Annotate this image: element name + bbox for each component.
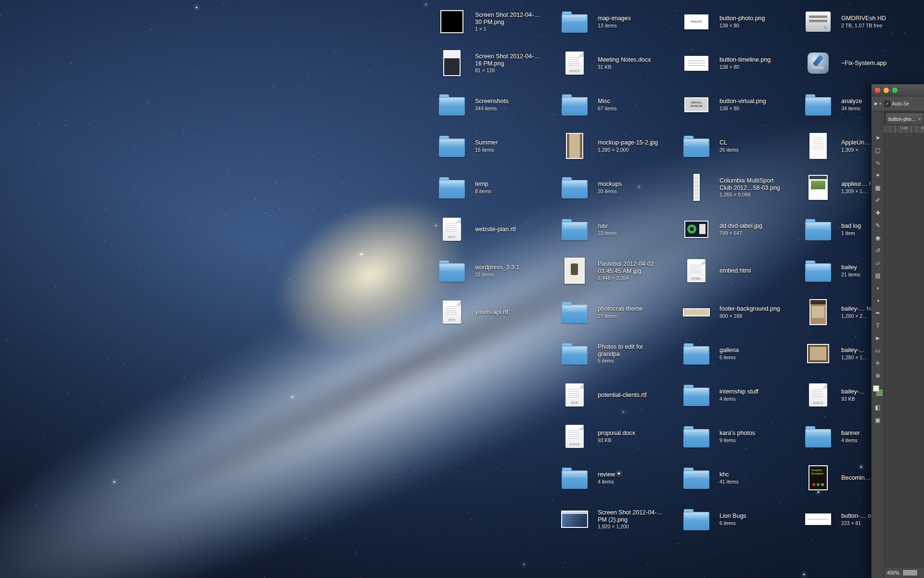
pen-tool[interactable]: ✒ — [872, 307, 884, 319]
zoom-window-button[interactable] — [892, 88, 898, 93]
close-tab-icon[interactable]: × — [918, 117, 921, 122]
item-icon-box — [683, 508, 710, 530]
quick-selection-tool[interactable]: ✦ — [872, 169, 884, 182]
item-icon-box: HTML — [683, 259, 710, 282]
desktop-item[interactable]: DOCXproposal.docx93 KB — [561, 420, 665, 452]
desktop-item[interactable]: mockups20 items — [561, 171, 665, 203]
item-icon-box: VIRTUAL MUSEUM — [683, 97, 710, 112]
minimize-button[interactable] — [884, 88, 889, 93]
folder-icon — [562, 97, 588, 116]
clone-stamp-tool[interactable]: ◉ — [872, 232, 884, 244]
folder-icon — [562, 346, 588, 365]
path-selection-tool[interactable]: ► — [872, 332, 884, 344]
color-swatches[interactable] — [872, 384, 884, 401]
screen-mode-button[interactable]: ▣ — [872, 414, 884, 426]
document-tab[interactable]: button-pho… × — [886, 113, 924, 125]
item-info: 799 × 547 — [719, 230, 786, 236]
history-brush-tool[interactable]: ↺ — [872, 244, 884, 257]
desktop-item[interactable]: DOCXMeeting Notes.docx31 KB — [561, 47, 665, 79]
starfield — [0, 0, 0, 0]
item-labels: Screen Shot 2012-04-…16 PM.png81 × 128 — [475, 53, 542, 74]
desktop-item[interactable]: Screenshots344 items — [438, 89, 542, 120]
desktop-item[interactable]: map-images13 items — [561, 6, 665, 38]
desktop-item[interactable]: footer-background.png900 × 188 — [683, 296, 786, 328]
canvas[interactable] — [885, 133, 924, 567]
item-labels: Pastebot 2012-04-02 03.45.45 AM.jpg2,448… — [598, 261, 665, 281]
eraser-tool[interactable]: ▱ — [872, 257, 884, 269]
item-icon-box — [805, 344, 832, 363]
item-icon-box — [438, 135, 465, 157]
desktop-item[interactable]: Screen Shot 2012-04-…PM (2).png1,920 × 1… — [561, 503, 665, 535]
desktop-item[interactable]: Screen Shot 2012-04-…16 PM.png81 × 128 — [438, 47, 542, 79]
desktop-item[interactable]: RTFpotential-clients.rtf — [561, 379, 665, 411]
desktop-item[interactable]: wordpress_3.3.122 items — [438, 255, 542, 287]
desktop-item[interactable]: Lion Bugs6 items — [683, 503, 786, 535]
blur-tool[interactable]: ◗ — [872, 282, 884, 294]
item-labels: proposal.docx93 KB — [598, 430, 665, 443]
folder-icon — [805, 263, 831, 282]
item-icon-box — [805, 53, 832, 74]
hand-tool[interactable]: ✛ — [872, 357, 884, 369]
desktop-item[interactable]: Pastebot 2012-04-02 03.45.45 AM.jpg2,448… — [561, 255, 665, 287]
desktop-item[interactable]: button-timeline.png138 × 80 — [683, 47, 786, 79]
crop-tool[interactable]: ▦ — [872, 182, 884, 194]
desktop-item[interactable]: RTFyourls-api.rtf — [438, 296, 542, 328]
item-info: 9 items — [719, 437, 786, 443]
desktop-item[interactable]: dd-dvd-label.jpg799 × 547 — [683, 213, 786, 245]
zoom-tool[interactable]: ⊕ — [872, 369, 884, 382]
desktop-item[interactable]: Columbia MultiSport Club 2012…58-03.png1… — [683, 171, 786, 203]
move-tool[interactable]: ➤ — [872, 131, 884, 144]
desktop-item[interactable]: nav23 items — [561, 213, 665, 245]
desktop-item[interactable]: galleria5 items — [683, 338, 786, 369]
desktop-item[interactable]: Screen Shot 2012-04-…30 PM.png1 × 1 — [438, 6, 542, 38]
image-thumbnail-icon — [561, 511, 588, 528]
star — [114, 481, 115, 483]
move-tool-icon[interactable]: ➤ — [873, 101, 878, 107]
item-labels: temp8 items — [475, 181, 542, 194]
auto-select-checkbox[interactable]: ✓ Auto-Se — [884, 101, 909, 107]
zoom-level-field[interactable]: 400% — [887, 570, 899, 576]
desktop[interactable]: Screen Shot 2012-04-…30 PM.png1 × 1Scree… — [0, 0, 924, 578]
gradient-tool[interactable]: ▨ — [872, 269, 884, 282]
image-thumbnail-icon: VIRTUAL MUSEUM — [684, 97, 708, 112]
lasso-tool[interactable]: ∿ — [872, 157, 884, 169]
desktop-item[interactable]: temp8 items — [438, 171, 542, 203]
window-titlebar[interactable] — [872, 84, 924, 96]
item-icon-box — [683, 308, 710, 316]
desktop-item[interactable]: ~Fix-System.app — [805, 47, 908, 79]
eyedropper-tool[interactable]: ✐ — [872, 194, 884, 207]
desktop-item[interactable]: Photos to edit for grandpa5 items — [561, 338, 665, 369]
desktop-item[interactable]: RTFwebsite-plan.rtf — [438, 213, 542, 245]
desktop-item[interactable]: photocrati-theme27 items — [561, 296, 665, 328]
desktop-item[interactable]: CL26 items — [683, 130, 786, 162]
desktop-item[interactable]: mockup-page-15-2.jpg1,280 × 2,000 — [561, 130, 665, 162]
desktop-item[interactable]: Summer15 items — [438, 130, 542, 162]
desktop-item[interactable]: Misc67 items — [561, 89, 665, 120]
folder-icon — [805, 429, 831, 447]
desktop-item[interactable]: PHOTObutton-photo.png138 × 80 — [683, 6, 786, 38]
brush-tool[interactable]: ✎ — [872, 219, 884, 232]
item-name: GMDRIVEsh HD — [841, 15, 908, 22]
dodge-tool[interactable]: ◑ — [872, 294, 884, 307]
item-labels: Screen Shot 2012-04-…30 PM.png1 × 1 — [475, 12, 542, 32]
folder-icon — [562, 305, 588, 323]
close-button[interactable] — [875, 88, 880, 93]
chevron-down-icon[interactable]: ▾ — [879, 102, 881, 106]
type-tool[interactable]: T — [872, 319, 884, 332]
desktop-item[interactable]: review4 items — [561, 462, 665, 494]
desktop-item[interactable]: kara's photos9 items — [683, 420, 786, 452]
item-icon-box — [561, 258, 588, 284]
marquee-tool[interactable]: ▢ — [872, 144, 884, 157]
foreground-color-swatch[interactable] — [873, 385, 879, 392]
item-info: 5 items — [598, 358, 665, 364]
quick-mask-button[interactable]: ◧ — [872, 401, 884, 414]
desktop-item[interactable]: VIRTUAL MUSEUMbutton-virtual.png138 × 80 — [683, 89, 786, 120]
desktop-item[interactable]: HTMLembed.html — [683, 255, 786, 287]
desktop-item[interactable]: GMDRIVEsh HD2 TB, 1.07 TB free — [805, 6, 908, 38]
folder-icon — [683, 346, 709, 365]
item-icon-box: DOCX — [805, 383, 832, 407]
healing-brush-tool[interactable]: ✚ — [872, 207, 884, 219]
shape-tool[interactable]: ▭ — [872, 344, 884, 357]
desktop-item[interactable]: internship stuff4 items — [683, 379, 786, 411]
desktop-item[interactable]: khc41 items — [683, 462, 786, 494]
